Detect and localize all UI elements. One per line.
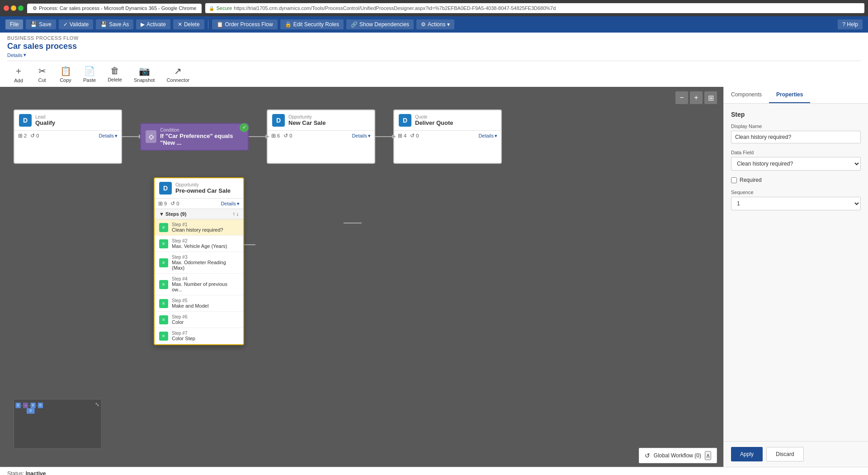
toolbar-cut[interactable]: ✂ Cut xyxy=(31,64,53,85)
toolbar-snapshot[interactable]: 📷 Snapshot xyxy=(128,64,160,85)
save-btn[interactable]: 💾 Save xyxy=(26,19,56,29)
step-7-icon: ≡ xyxy=(159,332,168,341)
page-container: BUSINESS PROCESS FLOW Car sales process … xyxy=(0,33,868,87)
minimap-content: D ◇ D D D xyxy=(14,399,45,411)
add-icon: ＋ xyxy=(14,65,23,77)
step-item-7[interactable]: ≡ Step #7 Color Step xyxy=(155,328,243,344)
stage-lead-qualify[interactable]: D Lead Qualify ⊞ 2 ↺ 0 xyxy=(14,109,122,164)
save-as-btn[interactable]: 💾 Save As xyxy=(96,19,133,29)
apply-button[interactable]: Apply xyxy=(731,447,763,461)
minimap-expand-btn[interactable]: ⤡ xyxy=(95,401,99,408)
opportunity-new-titles: Opportunity New Car Sale xyxy=(288,114,326,126)
edit-security-roles-btn[interactable]: 🔒 Edit Security Roles xyxy=(280,19,344,29)
opp-new-refresh-num: 0 xyxy=(289,133,292,138)
browser-tab[interactable]: ⚙ Process: Car sales process - Microsoft… xyxy=(27,4,202,13)
data-field-select[interactable]: Clean history required? xyxy=(731,157,861,171)
opportunity-new-name-label: New Car Sale xyxy=(288,119,326,126)
step-3-name: Max. Odometer Reading (Max) xyxy=(172,260,239,271)
condition-titles: Condition If "Car Preference" equals "Ne… xyxy=(160,128,243,146)
browser-max-btn[interactable] xyxy=(18,5,24,11)
sort-up-icon[interactable]: ↑ xyxy=(232,211,235,217)
step-2-num: Step #2 xyxy=(172,238,227,243)
fields-icon: ⊞ xyxy=(18,133,23,139)
quote-refresh-num: 0 xyxy=(416,133,419,138)
required-checkbox-label[interactable]: Required xyxy=(731,177,861,183)
step-item-3[interactable]: ≡ Step #3 Max. Odometer Reading (Max) xyxy=(155,252,243,274)
steps-sort-btns[interactable]: ↑ ↓ xyxy=(232,211,239,217)
opportunity-type-label: Opportunity xyxy=(288,114,326,119)
canvas-area[interactable]: − + ⊞ D Lead Qualify ⊞ 2 xyxy=(0,87,723,467)
actions-btn[interactable]: ⚙ Actions ▾ xyxy=(416,19,454,29)
required-checkbox[interactable] xyxy=(731,177,737,183)
fit-btn[interactable]: ⊞ xyxy=(704,91,717,104)
file-menu-btn[interactable]: File xyxy=(5,19,23,29)
delete-btn[interactable]: ✕ Delete xyxy=(173,19,204,29)
popup-footer: ⊞ 9 ↺ 0 Details ▾ xyxy=(155,198,243,209)
tab-properties[interactable]: Properties xyxy=(769,87,810,103)
browser-min-btn[interactable] xyxy=(11,5,16,11)
zoom-in-btn[interactable]: + xyxy=(690,91,703,104)
order-process-flow-btn[interactable]: 📋 Order Process Flow xyxy=(212,19,278,29)
browser-close-btn[interactable] xyxy=(4,5,9,11)
secure-label: Secure xyxy=(216,5,232,11)
toolbar-add[interactable]: ＋ Add xyxy=(7,63,30,85)
condition-name-label: If "Car Preference" equals "New ... xyxy=(160,133,243,146)
step-item-6[interactable]: ≡ Step #6 Color xyxy=(155,312,243,328)
canvas-toolbar: − + ⊞ xyxy=(675,91,717,104)
step-1-text: Step #1 Clean history required? xyxy=(172,222,223,233)
stage-condition[interactable]: ◇ Condition If "Car Preference" equals "… xyxy=(140,123,249,151)
sort-down-icon[interactable]: ↓ xyxy=(236,211,239,217)
display-name-group: Display Name xyxy=(731,124,861,143)
zoom-out-btn[interactable]: − xyxy=(675,91,688,104)
stage-quote[interactable]: D Quote Deliver Quote ⊞ 4 ↺ 0 xyxy=(393,109,502,164)
lead-details-btn[interactable]: Details ▾ xyxy=(99,133,118,139)
quote-icon: D xyxy=(399,114,411,127)
step-2-text: Step #2 Max. Vehicle Age (Years) xyxy=(172,238,227,249)
discard-button[interactable]: Discard xyxy=(766,447,804,461)
step-6-icon: ≡ xyxy=(159,315,168,324)
details-link[interactable]: Details ▾ xyxy=(7,52,861,58)
steps-header: ▼ Steps (9) ↑ ↓ xyxy=(155,209,243,219)
quote-titles: Quote Deliver Quote xyxy=(415,114,453,126)
step-6-text: Step #6 Color xyxy=(172,314,187,325)
step-item-2[interactable]: ≡ Step #2 Max. Vehicle Age (Years) xyxy=(155,236,243,252)
step-item-5[interactable]: ≡ Step #5 Make and Model xyxy=(155,295,243,312)
popup-details-btn[interactable]: Details ▾ xyxy=(221,201,240,207)
lead-details-label: Details xyxy=(99,133,114,138)
step-1-name: Clean history required? xyxy=(172,227,223,233)
save-label: Save xyxy=(39,21,51,28)
toolbar-delete[interactable]: 🗑 Delete xyxy=(102,64,127,84)
popup-stage-icon: D xyxy=(159,182,172,195)
browser-window-controls[interactable] xyxy=(4,5,24,11)
display-name-input[interactable] xyxy=(731,131,861,143)
step-item-1[interactable]: ≡ Step #1 Clean history required? xyxy=(155,219,243,236)
tab-components[interactable]: Components xyxy=(724,87,769,103)
opportunity-new-footer: ⊞ 6 ↺ 0 Details ▾ xyxy=(268,130,374,141)
activate-btn[interactable]: ▶ Activate xyxy=(136,19,170,29)
save-as-icon: 💾 xyxy=(100,21,107,28)
main-area: − + ⊞ D Lead Qualify ⊞ 2 xyxy=(0,87,868,467)
toolbar-connector[interactable]: ↗ Connector xyxy=(161,64,195,85)
opportunity-popup[interactable]: D Opportunity Pre-owned Car Sale ⊞ 9 ↺ 0… xyxy=(154,177,244,345)
global-workflow-expand-btn[interactable]: ∧ xyxy=(705,451,711,460)
global-workflow-label: Global Workflow (0) xyxy=(654,452,701,459)
status-label: Status: xyxy=(7,470,24,475)
quote-details-btn[interactable]: Details ▾ xyxy=(478,133,497,139)
actions-label: Actions xyxy=(428,21,445,28)
validate-btn[interactable]: ✓ Validate xyxy=(59,19,93,29)
sequence-select[interactable]: 1 xyxy=(731,197,861,210)
opp-new-details-label: Details xyxy=(352,133,367,138)
help-btn[interactable]: ? Help xyxy=(838,19,863,29)
step-item-4[interactable]: ≡ Step #4 Max. Number of previous ow... xyxy=(155,274,243,295)
stage-opportunity-new[interactable]: D Opportunity New Car Sale ⊞ 6 ↺ 0 xyxy=(267,109,375,164)
save-icon: 💾 xyxy=(30,21,37,28)
quote-fields-num: 4 xyxy=(404,133,406,138)
step-4-num: Step #4 xyxy=(172,276,239,281)
opp-new-details-btn[interactable]: Details ▾ xyxy=(352,133,371,139)
show-dependencies-btn[interactable]: 🔗 Show Dependencies xyxy=(346,19,414,29)
toolbar-copy[interactable]: 📋 Copy xyxy=(54,64,77,85)
step-3-text: Step #3 Max. Odometer Reading (Max) xyxy=(172,255,239,271)
actions-chevron-icon: ▾ xyxy=(447,21,450,28)
toolbar-paste[interactable]: 📄 Paste xyxy=(78,64,101,85)
browser-address-bar[interactable]: 🔒 Secure https://trial1705.crm.dynamics.… xyxy=(205,3,864,13)
